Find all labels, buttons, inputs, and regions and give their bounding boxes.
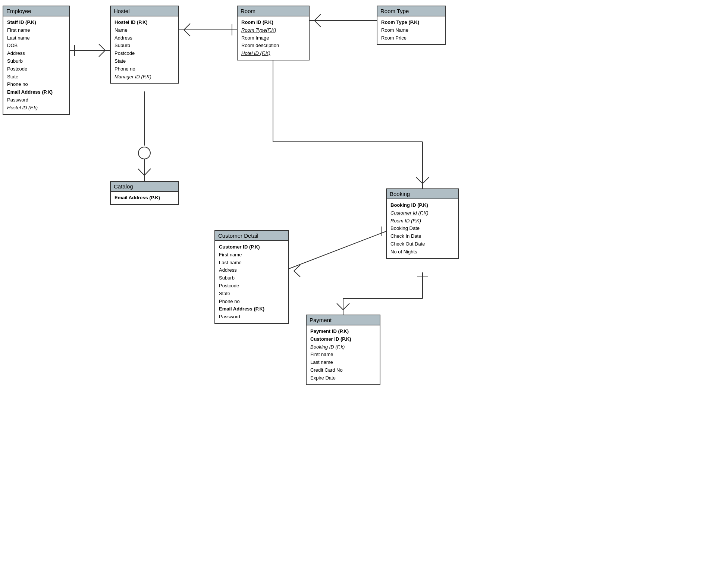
field-payment: Booking ID (F.k) bbox=[310, 343, 376, 351]
field-employee: Phone no bbox=[7, 81, 65, 88]
entity-hostel: HostelHostel ID (P.K)NameAddressSuburbPo… bbox=[110, 6, 179, 84]
field-customer: Suburb bbox=[219, 274, 285, 282]
field-room: Room ID (P.K) bbox=[241, 19, 305, 26]
entity-roomtype: Room TypeRoom Type (P.K)Room NameRoom Pr… bbox=[377, 6, 446, 45]
field-hostel: Phone no bbox=[114, 65, 175, 73]
svg-line-23 bbox=[423, 177, 429, 184]
svg-line-12 bbox=[184, 24, 190, 30]
entity-body-employee: Staff ID (P.K)First nameLast nameDOBAddr… bbox=[3, 16, 69, 114]
entity-body-hostel: Hostel ID (P.K)NameAddressSuburbPostcode… bbox=[111, 16, 178, 83]
field-employee: Suburb bbox=[7, 57, 65, 65]
entity-body-catalog: Email Address (P.K) bbox=[111, 192, 178, 204]
field-customer: Phone no bbox=[219, 298, 285, 306]
entity-booking: BookingBooking ID (P.K)Customer Id (F.K)… bbox=[386, 188, 459, 259]
field-employee: Postcode bbox=[7, 65, 65, 73]
erd-connectors bbox=[0, 0, 728, 587]
field-booking: Booking ID (P.K) bbox=[390, 202, 454, 209]
entity-header-room: Room bbox=[238, 6, 309, 16]
field-catalog: Email Address (P.K) bbox=[114, 194, 175, 202]
field-employee: Staff ID (P.K) bbox=[7, 19, 65, 26]
field-employee: Email Address (P.K) bbox=[7, 88, 65, 96]
field-hostel: Postcode bbox=[114, 50, 175, 57]
field-hostel: Manager ID (F.K) bbox=[114, 73, 175, 81]
svg-line-33 bbox=[343, 303, 349, 310]
svg-line-32 bbox=[337, 303, 343, 310]
field-payment: Payment ID (P.K) bbox=[310, 328, 376, 335]
field-employee: Password bbox=[7, 96, 65, 104]
field-payment: Last name bbox=[310, 359, 376, 366]
field-customer: State bbox=[219, 290, 285, 298]
field-payment: Expire Date bbox=[310, 374, 376, 382]
entity-body-roomtype: Room Type (P.K)Room NameRoom Price bbox=[377, 16, 445, 44]
field-employee: State bbox=[7, 73, 65, 81]
field-employee: Address bbox=[7, 50, 65, 57]
entity-header-customer: Customer Detail bbox=[215, 231, 288, 241]
field-booking: Room ID (F.K) bbox=[390, 217, 454, 225]
field-payment: First name bbox=[310, 351, 376, 359]
field-room: Room Image bbox=[241, 34, 305, 42]
field-roomtype: Room Type (P.K) bbox=[381, 19, 441, 26]
svg-line-24 bbox=[289, 231, 386, 269]
field-customer: Email Address (P.K) bbox=[219, 305, 285, 313]
field-customer: Postcode bbox=[219, 282, 285, 290]
entity-body-payment: Payment ID (P.K)Customer ID (P.K)Booking… bbox=[307, 325, 380, 384]
entity-header-payment: Payment bbox=[307, 315, 380, 325]
field-room: Hotel ID (F.K) bbox=[241, 50, 305, 57]
field-employee: DOB bbox=[7, 42, 65, 50]
field-customer: Password bbox=[219, 313, 285, 321]
field-employee: First name bbox=[7, 26, 65, 34]
svg-line-9 bbox=[144, 169, 151, 175]
entity-header-catalog: Catalog bbox=[111, 182, 178, 192]
field-room: Room description bbox=[241, 42, 305, 50]
field-booking: Check Out Date bbox=[390, 240, 454, 248]
field-roomtype: Room Name bbox=[381, 26, 441, 34]
field-booking: Customer Id (F.K) bbox=[390, 209, 454, 217]
entity-body-customer: Customer ID (P.K)First nameLast nameAddr… bbox=[215, 241, 288, 323]
field-customer: Customer ID (P.K) bbox=[219, 243, 285, 251]
entity-header-roomtype: Room Type bbox=[377, 6, 445, 16]
svg-line-17 bbox=[314, 21, 321, 27]
field-roomtype: Room Price bbox=[381, 34, 441, 42]
entity-customer: Customer DetailCustomer ID (P.K)First na… bbox=[214, 230, 289, 324]
svg-line-22 bbox=[416, 177, 423, 184]
field-employee: Last name bbox=[7, 34, 65, 42]
field-room: Room Type(F.K) bbox=[241, 26, 305, 34]
entity-catalog: CatalogEmail Address (P.K) bbox=[110, 181, 179, 205]
field-hostel: Suburb bbox=[114, 42, 175, 50]
svg-line-27 bbox=[294, 271, 300, 277]
entity-employee: EmployeeStaff ID (P.K)First nameLast nam… bbox=[3, 6, 70, 115]
field-employee: Hostel ID (F.k) bbox=[7, 104, 65, 112]
svg-line-8 bbox=[138, 169, 144, 175]
field-hostel: Address bbox=[114, 34, 175, 42]
svg-point-6 bbox=[138, 147, 150, 159]
field-booking: No of Nights bbox=[390, 248, 454, 256]
entity-payment: PaymentPayment ID (P.K)Customer ID (P.K)… bbox=[306, 315, 380, 385]
field-customer: Last name bbox=[219, 259, 285, 267]
field-booking: Booking Date bbox=[390, 225, 454, 232]
field-payment: Customer ID (P.K) bbox=[310, 335, 376, 343]
svg-line-26 bbox=[294, 265, 300, 271]
entity-header-employee: Employee bbox=[3, 6, 69, 16]
entity-body-booking: Booking ID (P.K)Customer Id (F.K)Room ID… bbox=[387, 199, 458, 258]
entity-room: RoomRoom ID (P.K)Room Type(F.K)Room Imag… bbox=[237, 6, 310, 60]
field-hostel: Hostel ID (P.K) bbox=[114, 19, 175, 26]
entity-header-booking: Booking bbox=[387, 189, 458, 199]
svg-line-16 bbox=[314, 14, 321, 21]
entity-body-room: Room ID (P.K)Room Type(F.K)Room ImageRoo… bbox=[238, 16, 309, 60]
entity-header-hostel: Hostel bbox=[111, 6, 178, 16]
svg-line-2 bbox=[99, 44, 105, 50]
field-booking: Check In Date bbox=[390, 232, 454, 240]
field-hostel: Name bbox=[114, 26, 175, 34]
field-customer: Address bbox=[219, 266, 285, 274]
svg-line-13 bbox=[184, 30, 190, 36]
field-payment: Credit Card No bbox=[310, 366, 376, 374]
field-customer: First name bbox=[219, 251, 285, 259]
field-hostel: State bbox=[114, 57, 175, 65]
svg-line-3 bbox=[99, 50, 105, 57]
